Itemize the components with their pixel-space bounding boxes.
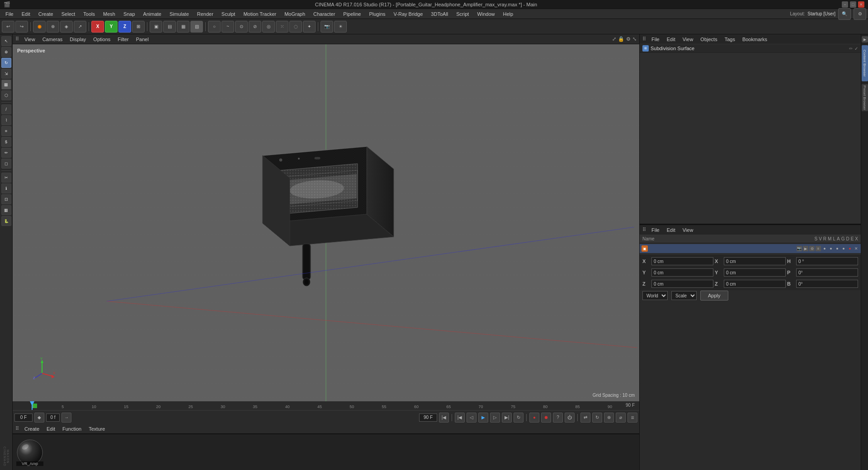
- next-frame-button[interactable]: ▷: [490, 413, 500, 423]
- left-tool-move[interactable]: ⊕: [1, 47, 11, 57]
- menu-vray-bridge[interactable]: V-Ray Bridge: [390, 10, 427, 18]
- spline-button[interactable]: ~: [222, 21, 234, 33]
- viewport-options-menu[interactable]: Options: [91, 36, 112, 43]
- subdivision-surface-row[interactable]: ⊞ Subdivision Surface ✏ ✓: [640, 44, 861, 53]
- left-tool-bucket[interactable]: $: [1, 137, 11, 147]
- motion-mode-button[interactable]: ↗: [74, 21, 86, 33]
- p-rot-input[interactable]: [796, 268, 858, 277]
- scale-select[interactable]: Scale: [671, 291, 697, 300]
- left-tool-python[interactable]: 🐍: [1, 216, 11, 226]
- apply-button[interactable]: Apply: [700, 291, 728, 301]
- menu-sculpt[interactable]: Sculpt: [218, 10, 239, 18]
- object-button[interactable]: ○: [208, 21, 221, 33]
- menu-edit[interactable]: Edit: [18, 10, 34, 18]
- prev-frame-button[interactable]: ◁: [467, 413, 476, 423]
- timeline-expand-button[interactable]: ≡: [627, 413, 637, 423]
- left-tool-paint[interactable]: ✏: [1, 148, 11, 158]
- power-button[interactable]: ⏻: [565, 413, 575, 423]
- layout-icon1[interactable]: 🔍: [838, 8, 851, 20]
- world-button[interactable]: ⊞: [132, 21, 145, 33]
- bookmarks-menu[interactable]: Bookmarks: [741, 36, 769, 43]
- tags-menu[interactable]: Tags: [723, 36, 737, 43]
- left-tool-checker[interactable]: ▩: [1, 80, 11, 89]
- menu-plugins[interactable]: Plugins: [365, 10, 389, 18]
- y2-pos-input[interactable]: [724, 268, 786, 277]
- menu-snap[interactable]: Snap: [120, 10, 139, 18]
- viewport-filter-menu[interactable]: Filter: [116, 36, 130, 43]
- record-button[interactable]: ●: [529, 413, 539, 423]
- left-tool-layer[interactable]: ≡: [1, 126, 11, 136]
- y-axis-button[interactable]: Y: [105, 21, 118, 33]
- left-tool-line[interactable]: /: [1, 104, 11, 114]
- left-tool-knife[interactable]: ✂: [1, 173, 11, 183]
- goto-start-button[interactable]: |◀: [455, 413, 465, 423]
- scene-edit-menu[interactable]: Edit: [665, 36, 677, 43]
- menu-help[interactable]: Help: [500, 10, 517, 18]
- camera-button[interactable]: 📷: [321, 21, 333, 33]
- content-browser-tab[interactable]: Content Browser: [862, 45, 868, 81]
- left-tool-spline-draw[interactable]: ⌇: [1, 115, 11, 125]
- playhead[interactable]: [32, 401, 33, 410]
- obj-edit-menu[interactable]: Edit: [665, 226, 677, 234]
- viewport-view-menu[interactable]: View: [23, 36, 37, 43]
- loop-button[interactable]: ↻: [514, 413, 524, 423]
- z-axis-button[interactable]: Z: [118, 21, 131, 33]
- marker-button[interactable]: ?: [553, 413, 563, 423]
- objects-menu[interactable]: Objects: [698, 36, 719, 43]
- move-keys-button[interactable]: ⇄: [580, 413, 590, 423]
- b-rot-input[interactable]: [796, 280, 858, 288]
- end-frame-input[interactable]: [419, 414, 437, 422]
- light-button[interactable]: ☀: [334, 21, 347, 33]
- path-button[interactable]: ⌀: [616, 413, 626, 423]
- close-button[interactable]: ✕: [858, 1, 864, 8]
- menu-file[interactable]: File: [2, 10, 17, 18]
- scene-file-menu[interactable]: File: [650, 36, 661, 43]
- menu-motion-tracker[interactable]: Motion Tracker: [240, 10, 280, 18]
- generator-button[interactable]: ⊙: [235, 21, 248, 33]
- preset-browser-tab[interactable]: Preset Browser: [862, 84, 868, 111]
- object-row[interactable]: ▣ 📷 ▶ ⚙ ≡ ● ● ● ● ● ✕: [640, 244, 861, 253]
- left-tool-eraser[interactable]: ◻: [1, 159, 11, 169]
- menu-3dtoall[interactable]: 3DToAll: [427, 10, 452, 18]
- viewport-canvas[interactable]: Perspective: [13, 44, 639, 401]
- minimize-button[interactable]: −: [842, 1, 848, 8]
- menu-window[interactable]: Window: [473, 10, 498, 18]
- tabs-icon-1[interactable]: ▶: [862, 36, 868, 42]
- left-tool-snap[interactable]: ⊡: [1, 194, 11, 204]
- particle-button[interactable]: ⁙: [276, 21, 288, 33]
- render-button[interactable]: ▦: [177, 21, 189, 33]
- x-axis-button[interactable]: X: [91, 21, 104, 33]
- material-function-menu[interactable]: Function: [61, 425, 83, 432]
- menu-mesh[interactable]: Mesh: [99, 10, 119, 18]
- menu-render[interactable]: Render: [193, 10, 217, 18]
- sculpt-mode-button[interactable]: ◈: [60, 21, 73, 33]
- menu-script[interactable]: Script: [453, 10, 472, 18]
- menu-character[interactable]: Character: [310, 10, 339, 18]
- z2-pos-input[interactable]: [724, 280, 786, 288]
- obj-view-menu[interactable]: View: [681, 226, 695, 234]
- h-rot-input[interactable]: [796, 257, 858, 265]
- menu-select[interactable]: Select: [58, 10, 79, 18]
- autokey-button[interactable]: ⏺: [541, 413, 551, 423]
- model-mode-button[interactable]: ◉: [33, 21, 46, 33]
- material-create-menu[interactable]: Create: [23, 425, 41, 432]
- obj-file-menu[interactable]: File: [650, 226, 661, 234]
- redo-button[interactable]: ↪: [15, 21, 28, 33]
- interactive-render-button[interactable]: ▧: [190, 21, 203, 33]
- y-pos-input[interactable]: [651, 268, 713, 277]
- x-pos-input[interactable]: [651, 257, 713, 265]
- layout-icon2[interactable]: ⚙: [854, 8, 866, 20]
- texture-mode-button[interactable]: ⊕: [47, 21, 59, 33]
- material-edit-menu[interactable]: Edit: [45, 425, 57, 432]
- render-region-button[interactable]: ▣: [150, 21, 162, 33]
- menu-create[interactable]: Create: [35, 10, 57, 18]
- viewport-panel-menu[interactable]: Panel: [134, 36, 151, 43]
- restore-button[interactable]: □: [850, 1, 856, 8]
- material-texture-menu[interactable]: Texture: [87, 425, 107, 432]
- undo-button[interactable]: ↩: [2, 21, 14, 33]
- frame-input[interactable]: [14, 414, 33, 422]
- play-button[interactable]: ▶: [478, 413, 488, 423]
- left-tool-cursor[interactable]: ↖: [1, 36, 11, 46]
- goto-end-button[interactable]: ▶|: [502, 413, 512, 423]
- scene-button[interactable]: ◎: [262, 21, 275, 33]
